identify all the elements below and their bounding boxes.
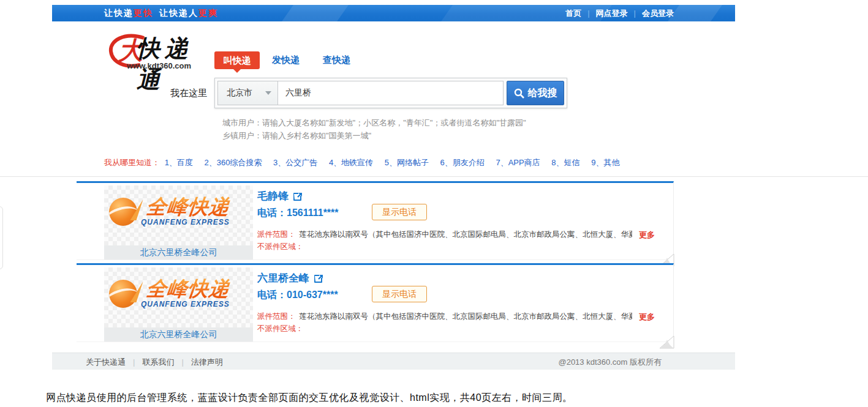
city-select[interactable]: 北京市 — [218, 81, 278, 105]
hint-town-users: 乡镇用户：请输入乡村名称如"国美第一城" — [222, 130, 371, 141]
topbar-streak — [272, 5, 353, 21]
page-curl-icon — [659, 335, 674, 349]
search-button-label: 给我搜 — [528, 87, 557, 100]
footer-separator: | — [181, 357, 183, 367]
logo-background: 全峰快递 QUANFENG EXPRESS — [104, 185, 253, 245]
source-option-baidu[interactable]: 1、百度 — [165, 158, 193, 167]
courier-result-card: 全峰快递 QUANFENG EXPRESS 北京六里桥全峰公司 毛静锋 电话：1… — [77, 181, 674, 260]
phone-label: 电话： — [257, 207, 287, 218]
nav-separator: | — [587, 9, 589, 18]
no-delivery-label: 不派件区域： — [257, 324, 303, 334]
footer-legal-link[interactable]: 法律声明 — [191, 357, 223, 367]
courier-name: 六里桥全峰 — [257, 271, 309, 285]
brand-name-en: QUANFENG EXPRESS — [141, 218, 230, 226]
chevron-down-icon — [265, 91, 271, 95]
brand-name-en: QUANFENG EXPRESS — [141, 300, 230, 308]
brand-name-cn: 全峰快递 — [145, 278, 230, 299]
topbar: 让快递更快让快递人更爽 首页|网点登录|会员登录 — [52, 5, 735, 21]
delivery-range-text: 莲花池东路以南双号（其中包括国济中医院、北京国际邮电局、北京市邮政局公寓、北恒大… — [300, 230, 633, 239]
external-link-icon — [293, 192, 303, 201]
phone-row: 电话：1561111**** — [257, 207, 339, 220]
phone-row: 电话：010-637**** — [257, 289, 338, 302]
show-phone-button[interactable]: 显示电话 — [372, 286, 427, 302]
edge-widget-fragment — [0, 206, 3, 269]
result-details: 六里桥全峰 电话：010-637**** 显示电话 派件范围：莲花池东路以南双号… — [257, 265, 668, 342]
result-details: 毛静锋 电话：1561111**** 显示电话 派件范围：莲花池东路以南双号（其… — [257, 183, 668, 260]
tab-send-express[interactable]: 发快递 — [272, 54, 300, 66]
source-option-forum[interactable]: 5、网络帖子 — [385, 158, 429, 167]
topbar-slogan: 让快递更快让快递人更爽 — [104, 8, 224, 19]
tab-call-express[interactable]: 叫快递 — [214, 51, 260, 69]
brand-logo-area: 全峰快递 QUANFENG EXPRESS 北京六里桥全峰公司 — [104, 185, 253, 260]
search-bar: 北京市 给我搜 — [214, 78, 567, 108]
phone-number: 010-637**** — [287, 289, 338, 300]
courier-result-card: 全峰快递 QUANFENG EXPRESS 北京六里桥全峰公司 六里桥全峰 电话… — [77, 263, 674, 342]
tab-track-express[interactable]: 查快递 — [323, 54, 350, 66]
delivery-range-label: 派件范围： — [257, 312, 296, 321]
referral-source-row: 我从哪里知道： 1、百度 2、360综合搜索 3、公交广告 4、地铁宣传 5、网… — [104, 157, 628, 168]
brand-name-cn: 全峰快递 — [145, 196, 230, 217]
hint-city-users: 城市用户：请输入大厦名称如"新发地"；小区名称，"青年汇"；或者街道名称如"甘露… — [222, 118, 526, 129]
search-input[interactable] — [278, 81, 503, 105]
more-link[interactable]: 更多 — [639, 230, 655, 241]
external-link-icon — [314, 274, 324, 283]
source-option-other[interactable]: 9、其他 — [591, 158, 619, 167]
courier-name-link[interactable]: 六里桥全峰 — [257, 271, 324, 285]
footer-separator: | — [133, 357, 135, 367]
page: 让快递更快让快递人更爽 首页|网点登录|会员登录 大 快递通 www.kdt36… — [0, 0, 868, 407]
source-option-sms[interactable]: 8、短信 — [551, 158, 579, 167]
section-divider — [0, 176, 868, 177]
delivery-range-text: 莲花池东路以南双号（其中包括国济中医院、北京国际邮电局、北京市邮政局公寓、北恒大… — [300, 312, 633, 321]
slogan-part: 让快递 — [104, 8, 134, 18]
courier-name: 毛静锋 — [257, 189, 289, 203]
logo-url: www.kdt360.com — [127, 61, 191, 70]
nav-separator: | — [634, 9, 636, 18]
courier-name-link[interactable]: 毛静锋 — [257, 189, 303, 203]
more-link[interactable]: 更多 — [639, 312, 655, 323]
nav-member-login-link[interactable]: 会员登录 — [642, 9, 674, 18]
phone-label: 电话： — [257, 289, 287, 300]
company-name: 北京六里桥全峰公司 — [104, 245, 253, 260]
topbar-nav: 首页|网点登录|会员登录 — [565, 8, 674, 19]
phone-number: 1561111**** — [287, 207, 339, 218]
company-name: 北京六里桥全峰公司 — [104, 327, 253, 342]
location-label: 我在这里 — [170, 88, 207, 99]
source-option-bus-ad[interactable]: 3、公交广告 — [273, 158, 317, 167]
copyright-text: @2013 kdt360.com 版权所有 — [558, 357, 662, 368]
search-field: 北京市 — [217, 81, 504, 105]
delivery-range-row: 派件范围：莲花池东路以南双号（其中包括国济中医院、北京国际邮电局、北京市邮政局公… — [257, 230, 632, 240]
slogan-part: 让快递人 — [159, 8, 198, 18]
nav-branch-login-link[interactable]: 网点登录 — [596, 9, 628, 18]
footer-contact-link[interactable]: 联系我们 — [142, 357, 174, 367]
source-option-360[interactable]: 2、360综合搜索 — [204, 158, 262, 167]
brand-logo-area: 全峰快递 QUANFENG EXPRESS 北京六里桥全峰公司 — [104, 267, 253, 342]
source-option-friend[interactable]: 6、朋友介绍 — [440, 158, 485, 167]
no-delivery-label: 不派件区域： — [257, 242, 303, 252]
project-description-caption: 网点快递员使用的后台管理系统，蓝蓝设计负责全部页面的交互优化及视觉设计、html… — [46, 392, 573, 405]
source-option-appstore[interactable]: 7、APP商店 — [496, 158, 540, 167]
show-phone-button[interactable]: 显示电话 — [372, 204, 427, 220]
delivery-range-row: 派件范围：莲花池东路以南双号（其中包括国济中医院、北京国际邮电局、北京市邮政局公… — [257, 312, 632, 322]
footer-about-link[interactable]: 关于快递通 — [86, 357, 126, 367]
nav-home-link[interactable]: 首页 — [565, 9, 581, 18]
source-option-subway[interactable]: 4、地铁宣传 — [329, 158, 373, 167]
site-logo[interactable]: 大 快递通 www.kdt360.com — [107, 32, 217, 75]
delivery-range-label: 派件范围： — [257, 230, 296, 239]
referral-source-label: 我从哪里知道： — [104, 158, 160, 167]
logo-background: 全峰快递 QUANFENG EXPRESS — [104, 267, 253, 327]
footer: 关于快递通|联系我们|法律声明 @2013 kdt360.com 版权所有 — [52, 353, 735, 370]
search-button[interactable]: 给我搜 — [507, 81, 564, 105]
city-select-value: 北京市 — [227, 88, 265, 99]
slogan-part-highlight: 更快 — [134, 8, 153, 18]
footer-links: 关于快递通|联系我们|法律声明 — [86, 357, 223, 368]
slogan-part-highlight: 更爽 — [198, 8, 218, 18]
search-icon — [514, 88, 524, 99]
